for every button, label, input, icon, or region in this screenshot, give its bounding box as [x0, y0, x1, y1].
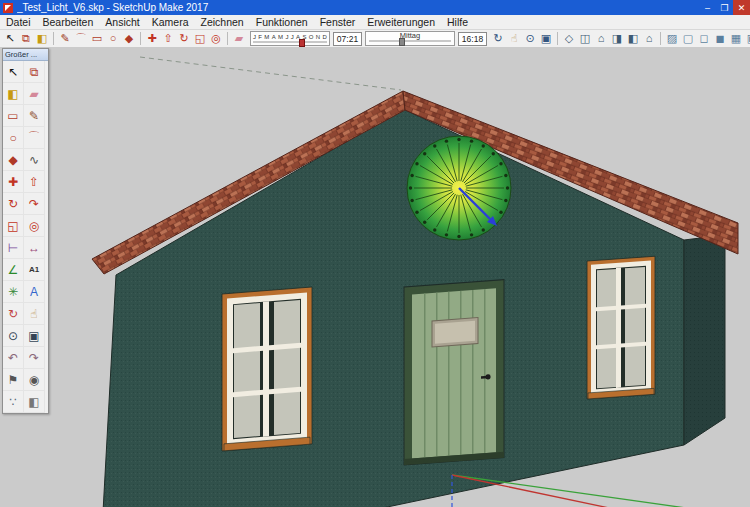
menu-bearbeiten[interactable]: Bearbeiten	[37, 15, 100, 29]
line-tool[interactable]: ✎	[24, 105, 45, 127]
menu-funktionen[interactable]: Funktionen	[250, 15, 314, 29]
text-tool[interactable]: A1	[24, 259, 45, 281]
orbit-tool[interactable]: ↻	[3, 303, 24, 325]
wireframe-style[interactable]: ▢	[680, 31, 696, 46]
select-tool[interactable]: ↖	[3, 61, 24, 83]
rotate-tool[interactable]: ↻	[176, 31, 192, 46]
polygon-tool[interactable]: ◆	[121, 31, 137, 46]
menu-erweiterungen[interactable]: Erweiterungen	[361, 15, 441, 29]
paint-bucket-tool[interactable]: ◧	[3, 83, 24, 105]
move-tool[interactable]: ✚	[144, 31, 160, 46]
rectangle-tool[interactable]: ▭	[89, 31, 105, 46]
title-bar[interactable]: _Test_Licht_V6.skp - SketchUp Make 2017 …	[0, 0, 750, 15]
month-letter: J	[285, 34, 288, 40]
protractor-tool[interactable]: ∠	[3, 259, 24, 281]
red-axis	[452, 475, 614, 507]
monochrome-style[interactable]: ▣	[744, 31, 750, 46]
tape-measure-tool[interactable]: ⊢	[3, 237, 24, 259]
eraser-tool[interactable]: ▰	[24, 83, 45, 105]
offset-tool[interactable]: ◎	[208, 31, 224, 46]
dimension-tool[interactable]: ↔	[24, 237, 45, 259]
axes-tool[interactable]: ✳	[3, 281, 24, 303]
position-camera-tool[interactable]: ⚑	[3, 369, 24, 391]
zoom-extents-tool[interactable]: ▣	[24, 325, 45, 347]
viewport-canvas[interactable]	[0, 47, 750, 507]
zoom-tool[interactable]: ⊙	[522, 31, 538, 46]
push-pull-tool[interactable]: ⇧	[160, 31, 176, 46]
make-component-tool[interactable]: ⧉	[24, 61, 45, 83]
pan-tool[interactable]: ☝	[506, 31, 522, 46]
month-slider-track[interactable]	[253, 41, 327, 43]
menu-datei[interactable]: Datei	[0, 15, 37, 29]
menu-hilfe[interactable]: Hilfe	[441, 15, 474, 29]
palette-title[interactable]: Großer ...	[3, 49, 48, 61]
time-slider-handle[interactable]	[399, 38, 405, 46]
paint-bucket-tool[interactable]: ◧	[34, 31, 50, 46]
polygon-tool[interactable]: ◆	[3, 149, 24, 171]
follow-me-tool[interactable]: ↷	[24, 193, 45, 215]
right-view[interactable]: ◨	[609, 31, 625, 46]
month-slider-handle[interactable]	[299, 39, 305, 47]
zoom-tool[interactable]: ⊙	[3, 325, 24, 347]
palette-grid: ↖⧉◧▰▭✎○⌒◆∿✚⇧↻↷◱◎⊢↔∠A1✳A↻☝⊙▣↶↷⚑◉∵◧	[3, 61, 48, 413]
shaded-style[interactable]: ◼	[712, 31, 728, 46]
push-pull-tool[interactable]: ⇧	[24, 171, 45, 193]
top-view[interactable]: ◫	[577, 31, 593, 46]
toolbar-left-groups: ↖⧉◧✎⌒▭○◆✚⇧↻◱◎▰	[2, 31, 247, 46]
xray-style[interactable]: ▨	[664, 31, 680, 46]
time-slider-track[interactable]	[369, 40, 451, 42]
look-around-tool[interactable]: ◉	[24, 369, 45, 391]
scale-tool[interactable]: ◱	[192, 31, 208, 46]
minimize-button[interactable]: –	[699, 0, 716, 15]
menu-kamera[interactable]: Kamera	[146, 15, 195, 29]
shadow-time-slider[interactable]: Mittag	[365, 31, 455, 46]
rectangle-tool[interactable]: ▭	[3, 105, 24, 127]
menu-fenster[interactable]: Fenster	[314, 15, 362, 29]
freehand-tool[interactable]: ∿	[24, 149, 45, 171]
arc-tool[interactable]: ⌒	[73, 31, 89, 46]
month-letter: F	[258, 34, 262, 40]
model-scene[interactable]	[0, 47, 750, 507]
shadow-time-from[interactable]: 07:21	[333, 32, 362, 46]
previous-view-tool[interactable]: ↶	[3, 347, 24, 369]
main-toolbar: ↖⧉◧✎⌒▭○◆✚⇧↻◱◎▰ JFMAMJJASOND 07:21 Mittag…	[0, 30, 750, 48]
noon-label: Mittag	[366, 32, 454, 39]
menu-bar: DateiBearbeitenAnsichtKameraZeichnenFunk…	[0, 15, 750, 30]
left-view[interactable]: ◧	[625, 31, 641, 46]
section-plane-tool[interactable]: ◧	[24, 391, 45, 413]
toolbar-separator	[140, 32, 141, 45]
house-model[interactable]	[92, 91, 738, 507]
rotate-tool[interactable]: ↻	[3, 193, 24, 215]
3d-text-tool[interactable]: A	[24, 281, 45, 303]
circle-tool[interactable]: ○	[3, 127, 24, 149]
line-tool[interactable]: ✎	[57, 31, 73, 46]
circle-tool[interactable]: ○	[105, 31, 121, 46]
shadow-date-slider[interactable]: JFMAMJJASOND	[250, 31, 330, 46]
guide-dashed-line	[140, 57, 401, 90]
scale-tool[interactable]: ◱	[3, 215, 24, 237]
iso-view[interactable]: ◇	[561, 31, 577, 46]
walk-tool[interactable]: ∵	[3, 391, 24, 413]
close-button[interactable]: ✕	[733, 0, 750, 15]
textured-style[interactable]: ▦	[728, 31, 744, 46]
back-view[interactable]: ⌂	[641, 31, 657, 46]
month-letter: N	[316, 34, 320, 40]
maximize-button[interactable]: ❐	[716, 0, 733, 15]
front-view[interactable]: ⌂	[593, 31, 609, 46]
zoom-extents-tool[interactable]: ▣	[538, 31, 554, 46]
select-tool[interactable]: ↖	[2, 31, 18, 46]
shadow-time-to[interactable]: 16:18	[458, 32, 487, 46]
orbit-tool[interactable]: ↻	[490, 31, 506, 46]
eraser-tool[interactable]: ▰	[231, 31, 247, 46]
make-component-tool[interactable]: ⧉	[18, 31, 34, 46]
pan-tool[interactable]: ☝	[24, 303, 45, 325]
hidden-line-style[interactable]: ◻	[696, 31, 712, 46]
move-tool[interactable]: ✚	[3, 171, 24, 193]
offset-tool[interactable]: ◎	[24, 215, 45, 237]
menu-ansicht[interactable]: Ansicht	[99, 15, 145, 29]
next-view-tool[interactable]: ↷	[24, 347, 45, 369]
arc-tool[interactable]: ⌒	[24, 127, 45, 149]
curtain	[597, 269, 617, 388]
menu-zeichnen[interactable]: Zeichnen	[195, 15, 250, 29]
sketchup-window: { "window": { "title": "_Test_Licht_V6.s…	[0, 0, 750, 507]
